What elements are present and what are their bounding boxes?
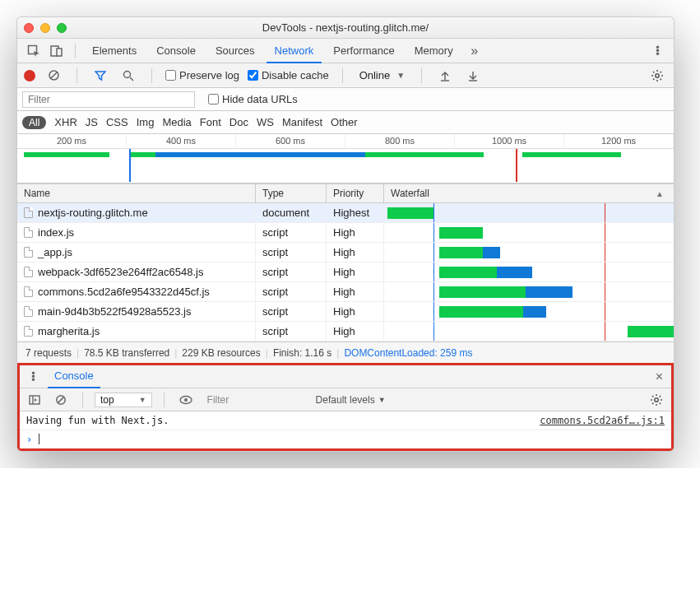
filter-toggle-icon[interactable] [90,66,110,86]
status-resources: 229 KB resources [182,347,260,359]
console-settings-icon[interactable] [647,390,666,410]
request-name: _app.js [38,246,72,258]
tick-label: 1000 ms [455,134,564,148]
minimize-window-button[interactable] [40,23,50,33]
col-name[interactable]: Name [17,184,256,202]
svg-line-13 [58,397,63,402]
live-expression-icon[interactable] [176,390,196,410]
hide-data-urls-label: Hide data URLs [222,93,298,105]
console-tab[interactable]: Console [48,365,100,388]
console-body: Having fun with Next.js. commons.5cd2a6f… [20,411,671,448]
tab-performance[interactable]: Performance [325,39,402,63]
devtools-window: DevTools - nextjs-routing.glitch.me/ Ele… [16,16,675,452]
network-overview[interactable]: 200 ms 400 ms 600 ms 800 ms 1000 ms 1200… [17,134,674,184]
levels-label: Default levels [316,394,375,406]
network-rows: nextjs-routing.glitch.me document Highes… [17,203,674,341]
status-dcl: DOMContentLoaded: 259 ms [344,347,472,359]
tab-memory[interactable]: Memory [406,39,461,63]
console-log-line[interactable]: Having fun with Next.js. commons.5cd2a6f… [20,411,671,430]
type-filter-js[interactable]: JS [86,116,98,128]
file-icon [24,306,33,317]
svg-point-9 [656,73,659,77]
hide-data-urls-checkbox[interactable]: Hide data URLs [208,93,298,105]
tick-label: 600 ms [236,134,345,148]
network-status-bar: 7 requests| 78.5 KB transferred| 229 KB … [17,341,674,363]
console-prompt[interactable] [20,430,671,448]
upload-har-icon[interactable] [435,66,455,86]
throttle-value: Online [359,69,391,81]
request-priority: High [327,263,384,281]
table-row[interactable]: commons.5cd2a6fe9543322d45cf.js script H… [17,282,674,302]
request-type: script [256,322,327,341]
request-name: webpack-3df6523e264ff2ac6548.js [38,266,203,278]
close-drawer-icon[interactable]: × [656,369,663,384]
type-filters: All XHR JS CSS Img Media Font Doc WS Man… [17,111,674,134]
type-filter-xhr[interactable]: XHR [54,116,76,128]
record-button[interactable] [24,70,35,81]
request-priority: High [327,302,384,321]
device-toolbar-icon[interactable] [47,41,67,61]
type-filter-all[interactable]: All [22,116,46,129]
table-row[interactable]: margherita.js script High [17,322,674,341]
table-row[interactable]: nextjs-routing.glitch.me document Highes… [17,203,674,223]
col-priority[interactable]: Priority [327,184,384,202]
console-menu-icon[interactable]: ••• [23,367,43,387]
svg-point-5 [124,71,131,77]
file-icon [24,267,33,277]
type-filter-font[interactable]: Font [200,116,221,128]
console-clear-icon[interactable] [51,390,71,410]
tab-elements[interactable]: Elements [84,39,145,63]
console-context-select[interactable]: top▼ [95,393,152,407]
more-tabs-icon[interactable]: » [465,41,484,61]
clear-button[interactable] [44,66,63,86]
table-row[interactable]: webpack-3df6523e264ff2ac6548.js script H… [17,263,674,282]
main-menu-icon[interactable]: ••• [647,41,667,61]
filter-row: Hide data URLs [17,88,674,111]
tab-console[interactable]: Console [148,39,204,63]
inspect-element-icon[interactable] [24,41,44,61]
status-requests: 7 requests [25,347,72,359]
console-sidebar-toggle-icon[interactable] [25,390,44,410]
status-finish: Finish: 1.16 s [273,347,331,359]
request-type: script [256,243,327,262]
network-filter-input[interactable] [22,91,195,108]
request-name: main-9d4b3b522f54928a5523.js [38,305,192,318]
console-filter-input[interactable]: Filter [202,393,309,407]
type-filter-doc[interactable]: Doc [229,116,248,128]
request-name: index.js [38,226,74,239]
file-icon [24,227,33,238]
console-source-link[interactable]: commons.5cd2a6f….js:1 [540,415,665,426]
tick-label: 800 ms [345,134,455,148]
log-levels-select[interactable]: Default levels▼ [316,394,386,406]
tab-network[interactable]: Network [267,39,322,63]
type-filter-ws[interactable]: WS [257,116,274,128]
type-filter-manifest[interactable]: Manifest [282,116,322,128]
window-title: DevTools - nextjs-routing.glitch.me/ [17,21,674,34]
type-filter-css[interactable]: CSS [106,116,128,128]
tab-sources[interactable]: Sources [207,39,263,63]
close-window-button[interactable] [24,23,34,33]
network-toolbar: Preserve log Disable cache Online▼ [17,63,674,88]
table-row[interactable]: main-9d4b3b522f54928a5523.js script High [17,302,674,322]
zoom-window-button[interactable] [57,23,67,33]
titlebar: DevTools - nextjs-routing.glitch.me/ [17,17,674,39]
type-filter-other[interactable]: Other [331,116,358,128]
type-filter-img[interactable]: Img [137,116,155,128]
type-filter-media[interactable]: Media [162,116,191,128]
throttle-select[interactable]: Online▼ [356,69,408,81]
table-row[interactable]: _app.js script High [17,243,674,263]
console-tabs: ••• Console × [20,365,671,388]
disable-cache-checkbox[interactable]: Disable cache [248,69,329,81]
col-type[interactable]: Type [256,184,327,202]
request-priority: Highest [327,203,384,222]
preserve-log-checkbox[interactable]: Preserve log [165,69,239,81]
tick-label: 1200 ms [564,134,674,148]
preserve-log-label: Preserve log [179,69,239,81]
table-row[interactable]: index.js script High [17,223,674,243]
network-settings-icon[interactable] [647,66,667,86]
main-tabs: Elements Console Sources Network Perform… [17,39,674,63]
search-icon[interactable] [118,66,138,86]
col-waterfall[interactable]: Waterfall▲ [384,184,674,202]
download-har-icon[interactable] [463,66,483,86]
svg-line-6 [130,77,133,81]
